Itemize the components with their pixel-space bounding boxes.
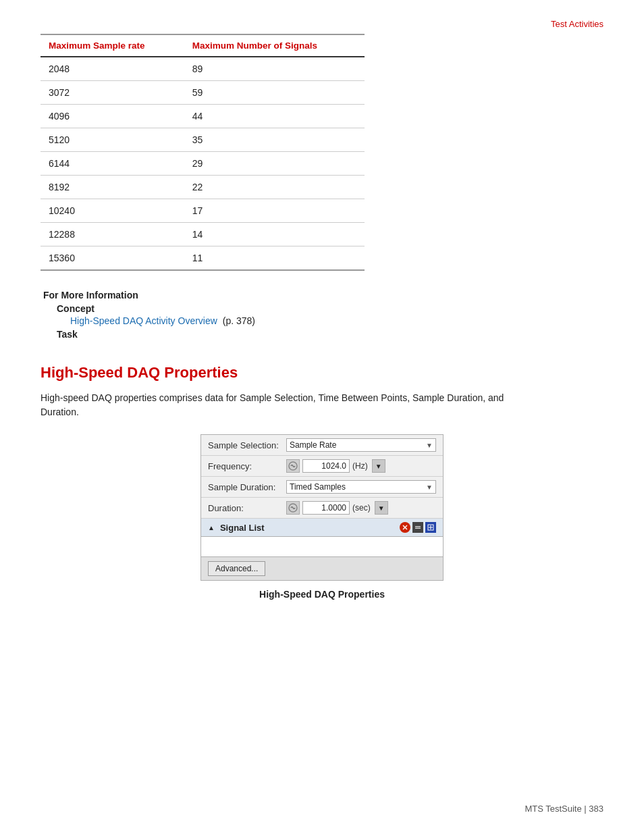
sample-selection-arrow: ▼ [426, 442, 433, 449]
table-row: 15360 11 [41, 246, 365, 271]
duration-row: Duration: 1.0000 (sec) ▼ [201, 498, 443, 519]
max-signals-cell: 35 [184, 128, 365, 152]
sample-rate-cell: 15360 [41, 246, 184, 271]
more-info-title: For More Information [43, 290, 603, 301]
max-signals-cell: 44 [184, 105, 365, 128]
signal-list-title: Signal List [220, 523, 265, 533]
max-signals-cell: 17 [184, 199, 365, 223]
sample-rate-cell: 10240 [41, 199, 184, 223]
max-signals-cell: 89 [184, 57, 365, 81]
signal-list-header: ▲ Signal List [201, 519, 443, 537]
max-signals-cell: 14 [184, 223, 365, 246]
table-row: 12288 14 [41, 223, 365, 246]
advanced-button[interactable]: Advanced... [208, 561, 265, 576]
sample-rate-cell: 5120 [41, 128, 184, 152]
frequency-label: Frequency: [208, 461, 282, 471]
sample-selection-select[interactable]: Sample Rate ▼ [286, 438, 436, 452]
max-signals-cell: 11 [184, 246, 365, 271]
col1-header: Maximum Sample rate [41, 34, 184, 57]
table-row: 6144 29 [41, 152, 365, 176]
sample-duration-arrow: ▼ [426, 484, 433, 491]
page-footer: MTS TestSuite | 383 [525, 804, 603, 814]
col2-header: Maximum Number of Signals [184, 34, 365, 57]
duration-label: Duration: [208, 503, 282, 513]
table-row: 10240 17 [41, 199, 365, 223]
frequency-dropdown-btn[interactable]: ▼ [372, 459, 385, 473]
svg-rect-5 [415, 528, 421, 529]
sample-selection-row: Sample Selection: Sample Rate ▼ [201, 435, 443, 456]
sample-rate-cell: 12288 [41, 223, 184, 246]
table-row: 2048 89 [41, 57, 365, 81]
sample-rate-cell: 4096 [41, 105, 184, 128]
concept-label: Concept [57, 303, 603, 314]
max-signals-cell: 59 [184, 81, 365, 105]
daq-overview-link[interactable]: High-Speed DAQ Activity Overview [70, 315, 217, 326]
advanced-row: Advanced... [201, 557, 443, 580]
frequency-icon[interactable] [286, 459, 300, 473]
sample-rate-cell: 6144 [41, 152, 184, 176]
table-row: 8192 22 [41, 176, 365, 199]
link-page-ref: (p. 378) [220, 315, 255, 326]
sample-duration-row: Sample Duration: Timed Samples ▼ [201, 477, 443, 498]
signal-list-icons [400, 522, 436, 533]
daq-description: High-speed DAQ properties comprises data… [41, 391, 513, 419]
daq-title: High-Speed DAQ Properties [41, 364, 603, 382]
sample-rate-cell: 8192 [41, 176, 184, 199]
signal-list-icon-blue[interactable] [425, 522, 436, 533]
max-signals-cell: 22 [184, 176, 365, 199]
signal-list-icon-dark[interactable] [412, 522, 423, 533]
sample-duration-select[interactable]: Timed Samples ▼ [286, 480, 436, 494]
daq-section: High-Speed DAQ Properties High-speed DAQ… [41, 364, 603, 600]
more-info-section: For More Information Concept High-Speed … [43, 290, 603, 340]
panel-caption: High-Speed DAQ Properties [41, 589, 603, 600]
table-row: 5120 35 [41, 128, 365, 152]
signal-list-icon-red[interactable] [400, 522, 410, 533]
sample-rate-cell: 3072 [41, 81, 184, 105]
sample-selection-label: Sample Selection: [208, 440, 282, 450]
duration-dropdown-btn[interactable]: ▼ [375, 501, 388, 515]
table-row: 3072 59 [41, 81, 365, 105]
task-label: Task [57, 329, 603, 340]
duration-icon[interactable] [286, 501, 300, 515]
signal-list-body [201, 537, 443, 557]
sample-rate-table: Maximum Sample rate Maximum Number of Si… [41, 34, 365, 271]
section-label: Test Activities [551, 19, 603, 29]
duration-unit: (sec) [352, 503, 371, 513]
svg-rect-4 [415, 526, 421, 527]
max-signals-cell: 29 [184, 152, 365, 176]
table-row: 4096 44 [41, 105, 365, 128]
frequency-input[interactable]: 1024.0 [302, 459, 350, 473]
duration-input[interactable]: 1.0000 [302, 501, 350, 515]
daq-properties-panel: Sample Selection: Sample Rate ▼ Frequenc… [200, 434, 444, 581]
sample-rate-cell: 2048 [41, 57, 184, 81]
signal-list-collapse-icon[interactable]: ▲ [208, 524, 215, 531]
frequency-row: Frequency: 1024.0 (Hz) ▼ [201, 456, 443, 477]
frequency-unit: (Hz) [352, 461, 368, 471]
sample-duration-label: Sample Duration: [208, 482, 282, 492]
